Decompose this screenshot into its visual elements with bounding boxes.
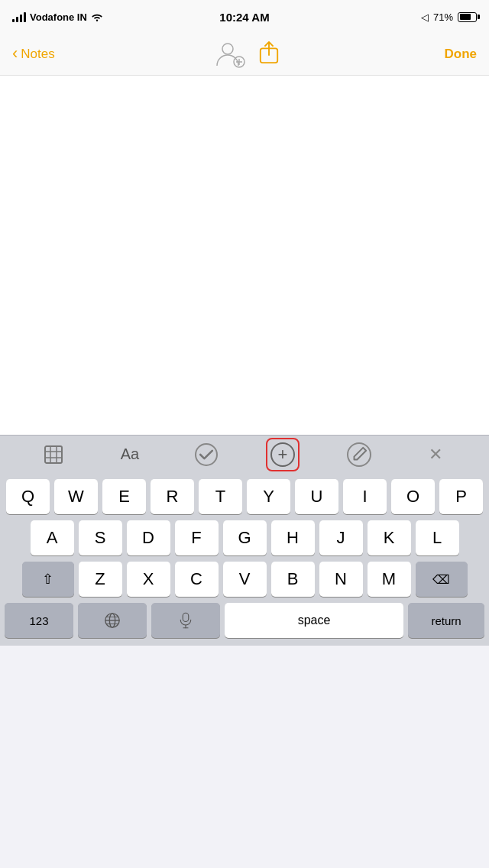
add-circle-icon: + (270, 442, 295, 467)
key-i[interactable]: I (343, 479, 387, 514)
back-label: Notes (21, 47, 54, 62)
keyboard-row-1: Q W E R T Y U I O P (2, 479, 487, 514)
key-y[interactable]: Y (247, 479, 290, 514)
share-button[interactable] (258, 40, 280, 69)
table-button[interactable] (37, 438, 70, 471)
key-l[interactable]: L (416, 520, 459, 555)
keyboard-row-4: 123 space return (2, 603, 487, 638)
return-key[interactable]: return (408, 603, 484, 638)
keyboard-row-2: A S D F G H J K L (2, 520, 487, 555)
space-key[interactable]: space (225, 603, 403, 638)
key-k[interactable]: K (368, 520, 411, 555)
backspace-key[interactable]: ⌫ (416, 562, 468, 597)
back-button[interactable]: ‹ Notes (12, 47, 55, 62)
done-button[interactable]: Done (445, 47, 478, 62)
key-f[interactable]: F (175, 520, 219, 555)
location-icon: ◁ (421, 11, 429, 23)
signal-bar-2 (16, 17, 18, 22)
check-circle-icon (195, 443, 218, 466)
key-n[interactable]: N (319, 562, 363, 597)
battery-box (458, 12, 477, 22)
formatting-toolbar: Aa + ✕ (0, 435, 489, 473)
signal-bars (12, 11, 26, 22)
status-right: ◁ 71% (421, 11, 477, 23)
key-o[interactable]: O (391, 479, 435, 514)
key-e[interactable]: E (102, 479, 146, 514)
key-w[interactable]: W (54, 479, 98, 514)
microphone-key[interactable] (151, 603, 220, 638)
carrier-name: Vodafone IN (30, 11, 87, 23)
shift-key[interactable]: ⇧ (22, 562, 74, 597)
battery-container (458, 12, 477, 22)
key-m[interactable]: M (368, 562, 411, 597)
key-q[interactable]: Q (6, 479, 50, 514)
status-left: Vodafone IN (12, 11, 103, 23)
numbers-key[interactable]: 123 (5, 603, 73, 638)
key-r[interactable]: R (151, 479, 194, 514)
nav-center-icons (214, 38, 286, 70)
key-s[interactable]: S (79, 520, 122, 555)
wifi-icon (91, 12, 103, 21)
key-z[interactable]: Z (79, 562, 122, 597)
note-content-area[interactable] (0, 76, 489, 435)
key-d[interactable]: D (127, 520, 170, 555)
close-keyboard-button[interactable]: ✕ (419, 438, 452, 471)
signal-bar-1 (12, 19, 15, 22)
add-person-button[interactable] (214, 38, 246, 70)
key-t[interactable]: T (199, 479, 242, 514)
keyboard-row-3: ⇧ Z X C V B N M ⌫ (2, 562, 487, 597)
status-bar: Vodafone IN 10:24 AM ◁ 71% (0, 0, 489, 34)
back-chevron-icon: ‹ (12, 45, 18, 62)
key-v[interactable]: V (223, 562, 267, 597)
signal-bar-3 (20, 15, 22, 22)
draw-button[interactable] (342, 438, 376, 471)
key-a[interactable]: A (31, 520, 74, 555)
battery-fill (460, 14, 471, 20)
key-x[interactable]: X (127, 562, 170, 597)
svg-rect-16 (183, 613, 189, 621)
close-icon: ✕ (429, 445, 442, 465)
checklist-button[interactable] (189, 438, 223, 471)
svg-point-0 (222, 44, 233, 54)
signal-bar-4 (24, 12, 26, 22)
keyboard[interactable]: Q W E R T Y U I O P A S D F G H J K L ⇧ … (0, 473, 489, 646)
key-j[interactable]: J (319, 520, 363, 555)
status-time: 10:24 AM (219, 11, 269, 24)
font-icon: Aa (121, 445, 139, 463)
key-p[interactable]: P (439, 479, 483, 514)
key-b[interactable]: B (271, 562, 315, 597)
key-h[interactable]: H (271, 520, 315, 555)
pen-circle-icon (347, 442, 371, 467)
key-g[interactable]: G (223, 520, 267, 555)
nav-bar: ‹ Notes Done (0, 34, 489, 76)
battery-percent: 71% (433, 11, 453, 23)
font-format-button[interactable]: Aa (113, 438, 147, 471)
add-content-button[interactable]: + (266, 438, 300, 471)
svg-rect-6 (45, 446, 62, 463)
key-c[interactable]: C (175, 562, 219, 597)
key-u[interactable]: U (295, 479, 338, 514)
globe-key[interactable] (78, 603, 147, 638)
